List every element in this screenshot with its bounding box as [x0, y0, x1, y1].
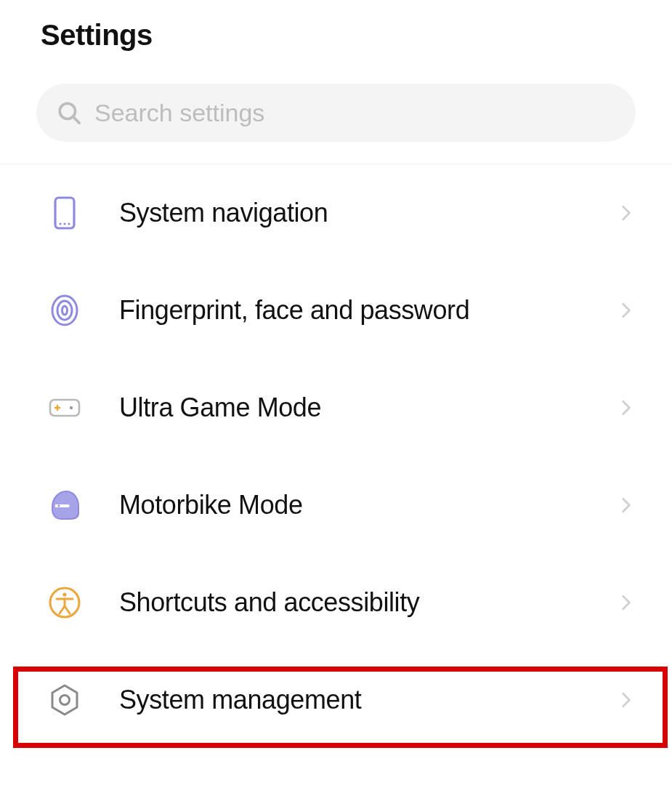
- svg-point-5: [68, 222, 70, 225]
- settings-item-shortcuts-accessibility[interactable]: Shortcuts and accessibility: [0, 554, 672, 651]
- svg-point-12: [70, 406, 73, 409]
- svg-line-1: [73, 117, 79, 123]
- settings-item-system-navigation[interactable]: System navigation: [0, 164, 672, 262]
- settings-item-label: System management: [119, 685, 617, 715]
- settings-item-label: Ultra Game Mode: [119, 393, 617, 423]
- svg-point-4: [63, 222, 65, 225]
- settings-item-label: Shortcuts and accessibility: [119, 587, 617, 618]
- chevron-right-icon: [617, 593, 636, 612]
- page-title: Settings: [0, 0, 672, 71]
- svg-point-15: [62, 592, 66, 596]
- chevron-right-icon: [617, 691, 636, 709]
- search-container: [0, 71, 672, 164]
- settings-item-label: System navigation: [119, 198, 617, 228]
- search-icon: [57, 100, 81, 125]
- svg-marker-20: [52, 685, 77, 715]
- chevron-right-icon: [617, 398, 636, 417]
- svg-point-7: [57, 301, 72, 320]
- svg-point-13: [58, 505, 60, 507]
- settings-item-system-management[interactable]: System management: [0, 651, 672, 749]
- settings-item-fingerprint[interactable]: Fingerprint, face and password: [0, 262, 672, 359]
- accessibility-icon: [48, 586, 81, 619]
- gamepad-icon: [48, 391, 81, 424]
- chevron-right-icon: [617, 496, 636, 515]
- phone-nav-icon: [48, 196, 81, 230]
- settings-item-motorbike-mode[interactable]: Motorbike Mode: [0, 456, 672, 554]
- search-input[interactable]: [94, 99, 615, 127]
- helmet-icon: [48, 488, 81, 522]
- settings-list: System navigation Fingerprint, face and …: [0, 164, 672, 749]
- chevron-right-icon: [617, 204, 636, 222]
- svg-point-21: [60, 696, 70, 705]
- gear-hex-icon: [48, 683, 81, 717]
- svg-point-8: [62, 306, 68, 315]
- settings-item-label: Fingerprint, face and password: [119, 295, 617, 326]
- search-bar[interactable]: [36, 84, 636, 142]
- fingerprint-icon: [48, 294, 81, 327]
- svg-point-3: [59, 222, 61, 225]
- chevron-right-icon: [617, 301, 636, 320]
- svg-line-19: [65, 606, 70, 613]
- settings-item-ultra-game-mode[interactable]: Ultra Game Mode: [0, 359, 672, 456]
- settings-item-label: Motorbike Mode: [119, 490, 617, 520]
- svg-line-18: [60, 606, 65, 613]
